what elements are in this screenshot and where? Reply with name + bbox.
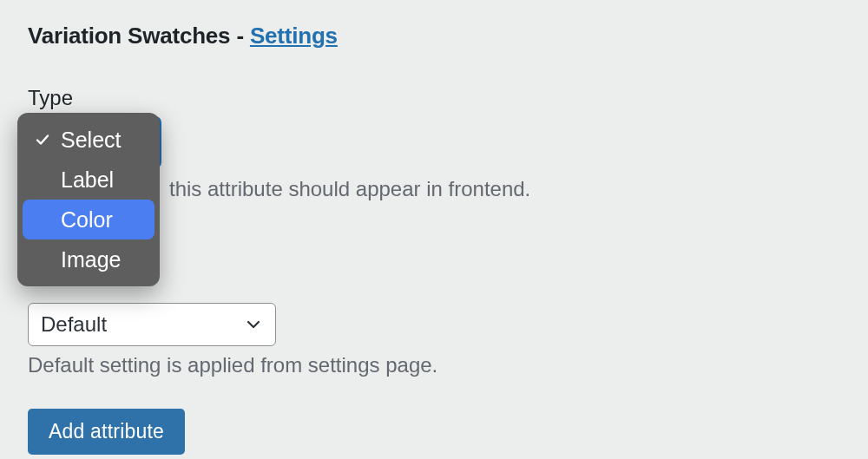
dropdown-item-label: Label xyxy=(61,167,114,193)
add-attribute-button[interactable]: Add attribute xyxy=(28,409,185,455)
default-select-value: Default xyxy=(41,312,107,337)
default-select[interactable]: Default xyxy=(28,303,276,346)
dropdown-item-label[interactable]: Label xyxy=(23,160,155,200)
heading-prefix: Variation Swatches - xyxy=(28,23,250,49)
dropdown-item-image[interactable]: Image xyxy=(23,239,155,279)
dropdown-item-select[interactable]: Select xyxy=(23,120,155,160)
type-label: Type xyxy=(28,86,840,110)
dropdown-item-label: Image xyxy=(61,247,121,272)
chevron-down-icon xyxy=(244,315,263,334)
default-helper-text: Default setting is applied from settings… xyxy=(28,353,840,377)
dropdown-item-label: Select xyxy=(61,128,121,153)
page-heading: Variation Swatches - Settings xyxy=(28,23,840,49)
dropdown-item-color[interactable]: Color xyxy=(23,200,155,239)
dropdown-item-label: Color xyxy=(61,207,113,233)
check-icon xyxy=(33,130,52,149)
type-helper-fragment: this attribute should appear in frontend… xyxy=(169,177,530,201)
type-dropdown[interactable]: SelectLabelColorImage xyxy=(17,113,160,286)
settings-link[interactable]: Settings xyxy=(250,23,338,49)
